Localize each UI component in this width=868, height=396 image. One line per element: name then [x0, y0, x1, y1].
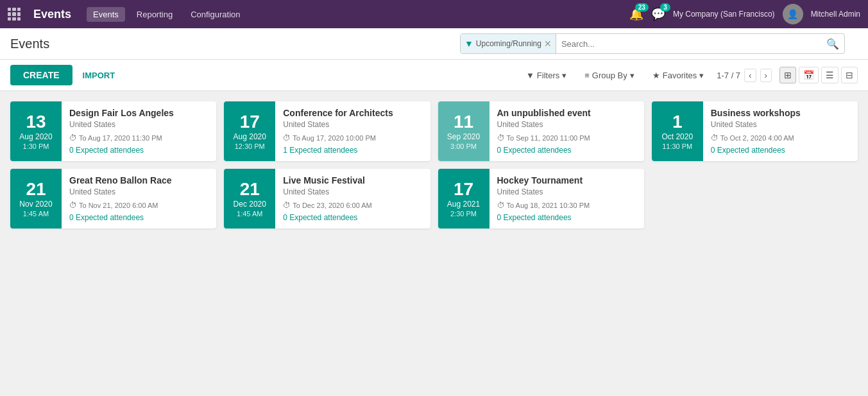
- filter-tag-close[interactable]: ✕: [544, 39, 552, 48]
- clock-icon: ⏱: [283, 201, 291, 210]
- avatar[interactable]: 👤: [783, 4, 803, 24]
- search-button[interactable]: 🔍: [821, 35, 844, 53]
- clock-icon: ⏱: [497, 201, 505, 210]
- filter-funnel-icon: ▼: [526, 71, 534, 80]
- event-info: Business workshops United States ⏱ To Oc…: [703, 101, 808, 161]
- clock-icon: ⏱: [283, 133, 291, 142]
- event-attendees: 0 Expected attendees: [283, 213, 372, 222]
- message-bubble-button[interactable]: 💬 3: [651, 7, 665, 21]
- event-date-block: 1 Oct 2020 11:30 PM: [652, 101, 703, 161]
- create-button[interactable]: CREATE: [10, 65, 72, 85]
- event-card[interactable]: 21 Dec 2020 1:45 AM Live Music Festival …: [224, 169, 430, 228]
- event-month-year: Nov 2020: [19, 200, 52, 209]
- event-card[interactable]: 17 Aug 2021 2:30 PM Hockey Tournament Un…: [438, 169, 644, 228]
- activity-badge: 23: [635, 3, 649, 12]
- event-day: 17: [454, 180, 473, 198]
- page-header: Events ▼ Upcoming/Running ✕ 🔍: [0, 28, 868, 60]
- event-end-time-text: To Sep 11, 2020 11:00 PM: [507, 134, 590, 142]
- event-start-time: 3:00 PM: [450, 142, 477, 150]
- company-selector[interactable]: My Company (San Francisco): [673, 10, 775, 19]
- event-attendees: 0 Expected attendees: [497, 213, 590, 222]
- event-location: United States: [69, 120, 174, 129]
- clock-icon: ⏱: [69, 133, 77, 142]
- event-date-block: 21 Dec 2020 1:45 AM: [224, 169, 275, 228]
- event-day: 1: [672, 113, 683, 131]
- event-location: United States: [497, 120, 591, 129]
- list-view-button[interactable]: ☰: [821, 67, 838, 83]
- event-info: Hockey Tournament United States ⏱ To Aug…: [489, 169, 598, 228]
- event-end-time: ⏱ To Dec 23, 2020 6:00 AM: [283, 201, 372, 210]
- event-month-year: Aug 2020: [234, 132, 266, 141]
- event-end-time: ⏱ To Nov 21, 2020 6:00 AM: [69, 201, 172, 210]
- calendar-view-button[interactable]: 📅: [799, 67, 819, 83]
- import-button[interactable]: IMPORT: [78, 65, 121, 85]
- event-day: 21: [26, 180, 46, 198]
- groupby-icon: ≡: [584, 71, 590, 80]
- filter-tag: ▼ Upcoming/Running ✕: [461, 34, 556, 53]
- filters-label: Filters: [537, 71, 559, 80]
- search-input[interactable]: [556, 34, 821, 53]
- event-card[interactable]: 11 Sep 2020 3:00 PM An unpublished event…: [438, 101, 644, 161]
- clock-icon: ⏱: [711, 133, 719, 142]
- favorites-button[interactable]: ★ Favorites ▾: [647, 68, 709, 83]
- event-end-time: ⏱ To Oct 2, 2020 4:00 AM: [711, 133, 801, 142]
- page-title: Events: [10, 37, 49, 51]
- filter-icon: ▼: [464, 39, 473, 49]
- app-name[interactable]: Events: [33, 8, 71, 21]
- favorites-chevron-icon: ▾: [699, 71, 704, 80]
- event-end-time-text: To Dec 23, 2020 6:00 AM: [293, 202, 372, 209]
- events-container: 13 Aug 2020 1:30 PM Design Fair Los Ange…: [0, 91, 868, 348]
- event-date-block: 13 Aug 2020 1:30 PM: [10, 101, 62, 161]
- groupby-button[interactable]: ≡ Group By ▾: [579, 68, 640, 83]
- event-card[interactable]: 21 Nov 2020 1:45 AM Great Reno Ballon Ra…: [10, 169, 216, 228]
- grid-view-button[interactable]: ⊟: [841, 67, 858, 83]
- nav-reporting[interactable]: Reporting: [130, 7, 179, 22]
- nav-configuration[interactable]: Configuration: [184, 7, 246, 22]
- filters-chevron-icon: ▾: [562, 71, 566, 80]
- groupby-label: Group By: [592, 71, 627, 80]
- event-end-time-text: To Oct 2, 2020 4:00 AM: [720, 134, 794, 142]
- navbar-menu: Events Reporting Configuration: [87, 7, 619, 22]
- event-info: An unpublished event United States ⏱ To …: [489, 101, 599, 161]
- event-info: Live Music Festival United States ⏱ To D…: [275, 169, 380, 228]
- event-name: Great Reno Ballon Race: [69, 175, 172, 185]
- filters-button[interactable]: ▼ Filters ▾: [521, 68, 572, 83]
- pagination-label: 1-7 / 7: [717, 71, 740, 80]
- prev-page-button[interactable]: ‹: [744, 69, 756, 82]
- event-day: 17: [240, 113, 260, 131]
- event-card[interactable]: 17 Aug 2020 12:30 PM Conference for Arch…: [224, 101, 430, 161]
- event-location: United States: [497, 187, 590, 196]
- event-end-time-text: To Nov 21, 2020 6:00 AM: [79, 202, 158, 209]
- event-month-year: Dec 2020: [234, 200, 266, 209]
- filter-tag-label: Upcoming/Running: [476, 39, 541, 48]
- event-start-time: 1:30 PM: [23, 142, 49, 150]
- activity-bell-button[interactable]: 🔔 23: [629, 7, 643, 21]
- next-page-button[interactable]: ›: [760, 69, 772, 82]
- event-name: An unpublished event: [497, 108, 591, 118]
- event-day: 13: [26, 113, 46, 131]
- clock-icon: ⏱: [497, 133, 505, 142]
- event-day: 11: [454, 113, 473, 131]
- kanban-view-button[interactable]: ⊞: [779, 67, 796, 83]
- event-card[interactable]: 1 Oct 2020 11:30 PM Business workshops U…: [652, 101, 858, 161]
- nav-events[interactable]: Events: [87, 7, 125, 22]
- event-attendees: 1 Expected attendees: [283, 146, 393, 155]
- navbar-right: 🔔 23 💬 3 My Company (San Francisco) 👤 Mi…: [629, 4, 860, 24]
- event-info: Conference for Architects United States …: [275, 101, 400, 161]
- user-name[interactable]: Mitchell Admin: [811, 10, 860, 19]
- event-end-time-text: To Aug 17, 2020 11:30 PM: [79, 134, 162, 142]
- event-name: Conference for Architects: [283, 108, 393, 118]
- groupby-chevron-icon: ▾: [630, 71, 634, 80]
- navbar: Events Events Reporting Configuration 🔔 …: [0, 0, 868, 28]
- event-day: 21: [240, 180, 260, 198]
- app-grid-icon[interactable]: [8, 8, 21, 21]
- event-end-time-text: To Aug 18, 2021 10:30 PM: [507, 202, 590, 209]
- event-end-time: ⏱ To Sep 11, 2020 11:00 PM: [497, 133, 591, 142]
- favorites-label: Favorites: [663, 71, 697, 80]
- event-location: United States: [711, 120, 801, 129]
- event-start-time: 2:30 PM: [450, 210, 477, 218]
- event-end-time: ⏱ To Aug 18, 2021 10:30 PM: [497, 201, 590, 210]
- event-date-block: 17 Aug 2020 12:30 PM: [224, 101, 275, 161]
- events-grid: 13 Aug 2020 1:30 PM Design Fair Los Ange…: [10, 101, 858, 228]
- event-card[interactable]: 13 Aug 2020 1:30 PM Design Fair Los Ange…: [10, 101, 216, 161]
